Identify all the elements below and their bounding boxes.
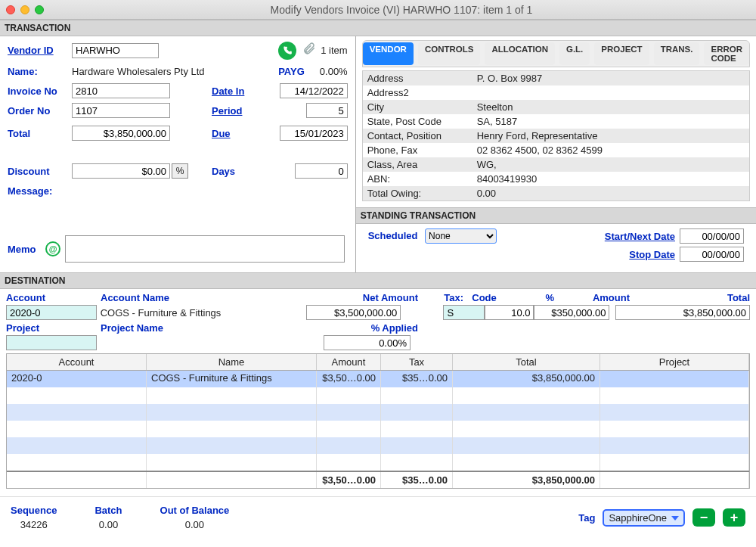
vendor-owing-label: Total Owing: (363, 186, 472, 200)
dest-accountname: COGS - Furniture & Fittings (101, 307, 306, 319)
stop-date-link[interactable]: Stop Date (629, 249, 675, 260)
dest-total-input[interactable] (615, 305, 750, 320)
tab-vendor[interactable]: VENDOR (363, 42, 414, 65)
tag-label: Tag (578, 512, 595, 524)
oob-label: Out of Balance (160, 505, 230, 516)
vendor-phone-label: Phone, Fax (363, 143, 472, 157)
th-total[interactable]: Total (453, 354, 600, 370)
table-row[interactable] (7, 454, 749, 471)
add-button[interactable]: + (723, 508, 745, 527)
payg-label: PAYG (278, 66, 305, 77)
dest-tax-label: Tax: (418, 292, 463, 303)
invoice-no-input[interactable] (72, 83, 170, 98)
date-in-label[interactable]: Date In (212, 85, 257, 97)
vendor-name: Hardware Wholesalers Pty Ltd (72, 66, 205, 77)
dest-taxpct-input[interactable] (485, 305, 534, 320)
discount-label: Discount (8, 166, 72, 177)
period-label[interactable]: Period (212, 105, 257, 117)
period-input[interactable] (306, 103, 348, 118)
item-count: 1 item (321, 45, 347, 56)
name-label: Name: (8, 66, 72, 77)
vendor-address-label: Address (363, 71, 472, 85)
table-row[interactable] (7, 404, 749, 421)
th-amount[interactable]: Amount (317, 354, 381, 370)
vendor-class: WG, (472, 157, 749, 172)
message-label: Message: (8, 185, 72, 197)
transaction-pane: Vendor ID 1 item Name: Hardware Wholesal… (0, 36, 356, 272)
memo-icon[interactable]: @ (45, 241, 60, 256)
th-account[interactable]: Account (7, 354, 147, 370)
invoice-no-label: Invoice No (8, 85, 72, 97)
vendor-address2 (472, 85, 749, 100)
vendor-contact-label: Contact, Position (363, 129, 472, 143)
remove-button[interactable]: − (692, 508, 715, 527)
start-date-link[interactable]: Start/Next Date (605, 231, 675, 242)
start-date-input[interactable] (680, 228, 744, 244)
window-title: Modify Vendors Invoice (VI) HARWHO 1107:… (53, 4, 750, 16)
dest-taxamt-input[interactable] (534, 305, 609, 320)
dest-project-input[interactable] (6, 335, 97, 350)
dest-pctapplied-input[interactable] (324, 335, 411, 350)
table-row[interactable] (7, 437, 749, 454)
dest-netamt-input[interactable] (306, 305, 401, 320)
table-row[interactable] (7, 421, 749, 437)
dest-accountname-label: Account Name (101, 292, 301, 303)
table-footer: $3,50…0.00 $35…0.00 $3,850,000.00 (7, 471, 749, 488)
percent-button[interactable]: % (172, 163, 188, 179)
close-icon[interactable] (6, 5, 15, 14)
stop-date-input[interactable] (680, 247, 744, 262)
dest-pct-label: % (505, 292, 554, 303)
th-project[interactable]: Project (600, 354, 749, 370)
vendor-class-label: Class, Area (363, 157, 472, 172)
vendor-details: AddressP. O. Box 9987 Address2 CitySteel… (362, 70, 750, 201)
scheduled-label: Scheduled (368, 230, 418, 241)
days-input[interactable] (295, 163, 348, 179)
date-in-input[interactable] (280, 83, 348, 98)
discount-input[interactable] (72, 163, 170, 179)
tab-error[interactable]: ERROR CODE (704, 42, 749, 65)
tag-select[interactable]: SapphireOne (603, 509, 685, 527)
dest-account-input[interactable] (6, 305, 97, 320)
batch-label: Batch (94, 505, 122, 516)
vendor-abn-label: ABN: (363, 172, 472, 186)
vendor-contact: Henry Ford, Representative (472, 129, 749, 143)
payg-value: 0.00% (320, 66, 348, 77)
vendor-city: Steelton (472, 100, 749, 114)
tab-allocation[interactable]: ALLOCATION (485, 42, 555, 65)
zoom-icon[interactable] (35, 5, 44, 14)
table-row[interactable] (7, 387, 749, 404)
dest-project-label: Project (6, 322, 101, 334)
destination-header: DESTINATION (0, 272, 756, 289)
oob-value: 0.00 (160, 519, 230, 530)
vendor-pane: VENDOR CONTROLS ALLOCATION G.L. PROJECT … (356, 36, 756, 272)
batch-value: 0.00 (94, 519, 122, 530)
total-input[interactable] (72, 126, 170, 141)
window-controls (6, 5, 44, 14)
sequence-value: 34226 (11, 519, 57, 530)
order-no-input[interactable] (72, 103, 170, 118)
dest-taxcode-input[interactable] (443, 305, 485, 320)
table-row[interactable]: 2020-0 COGS - Furniture & Fittings $3,50… (7, 371, 749, 387)
th-name[interactable]: Name (147, 354, 317, 370)
dest-projectname-label: Project Name (101, 322, 301, 334)
memo-input[interactable] (65, 235, 345, 263)
memo-label: Memo (8, 244, 45, 255)
th-tax[interactable]: Tax (381, 354, 453, 370)
vendor-address: P. O. Box 9987 (472, 71, 749, 85)
attachment-icon[interactable] (302, 41, 316, 60)
tab-project[interactable]: PROJECT (594, 42, 649, 65)
vendor-id-input[interactable] (72, 43, 159, 58)
tab-gl[interactable]: G.L. (559, 42, 590, 65)
dest-pctapplied-label: % Applied (301, 322, 418, 334)
scheduled-select[interactable]: None (425, 228, 497, 244)
lines-table: Account Name Amount Tax Total Project 20… (6, 353, 750, 489)
minimize-icon[interactable] (20, 5, 29, 14)
vendor-address2-label: Address2 (363, 85, 472, 100)
due-label[interactable]: Due (212, 128, 257, 139)
tab-trans[interactable]: TRANS. (654, 42, 700, 65)
phone-icon[interactable] (278, 42, 296, 60)
vendor-id-label[interactable]: Vendor ID (8, 45, 72, 56)
dest-account-label: Account (6, 292, 101, 303)
tab-controls[interactable]: CONTROLS (418, 42, 481, 65)
due-input[interactable] (280, 126, 348, 141)
